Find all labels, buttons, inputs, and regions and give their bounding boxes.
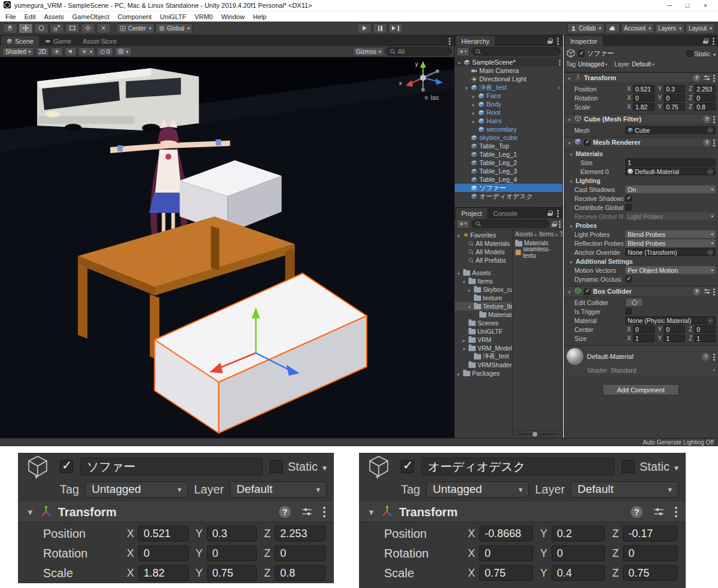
size-y-field[interactable]: 1 [664,334,685,342]
static-toggle[interactable]: Static [622,460,679,474]
hierarchy-item-samplescene[interactable]: SampleScene* [455,58,562,66]
layer-dropdown[interactable]: Default [571,482,679,498]
scale-z-field[interactable]: 0.8 [694,103,716,111]
hierarchy-menu-icon[interactable] [557,37,559,45]
lock-icon[interactable] [547,210,553,217]
scene-menu-icon[interactable] [449,37,451,45]
project-item-texture[interactable]: texture [455,294,512,302]
cloud-button[interactable] [606,23,620,33]
rect-tool-button[interactable] [65,23,80,33]
component-menu-icon[interactable] [713,288,715,295]
layer-dropdown[interactable]: Default [632,61,654,68]
foldout-icon[interactable] [568,222,574,229]
scale-z-field[interactable]: 0.75 [623,565,677,581]
rotation-y-field[interactable]: 0 [664,94,685,102]
hierarchy-item-directional-light[interactable]: Directional Light [455,75,562,83]
presets-icon[interactable] [302,507,312,517]
scale-tool-button[interactable] [50,23,64,33]
2d-toggle[interactable]: 2D [36,47,50,56]
scale-y-field[interactable]: 0.4 [552,565,606,581]
menu-vrm0[interactable]: VRM0 [190,13,217,20]
hierarchy-item-table-leg-4[interactable]: Table_Leg_4 [455,175,562,184]
hierarchy-item-sofa[interactable]: ソファー [455,184,562,192]
size-z-field[interactable]: 1 [694,334,716,342]
add-component-button[interactable]: Add Component [603,384,679,395]
tab-hierarchy[interactable]: Hierarchy [456,36,495,46]
hierarchy-search-input[interactable] [471,47,561,56]
hierarchy-item-skybox-cube[interactable]: skybox_cube [455,133,562,142]
foldout-icon[interactable] [567,288,572,295]
scale-x-field[interactable]: 0.75 [479,565,533,581]
lighting-status[interactable]: Auto Generate Lighting Off [643,439,714,446]
mesh-filter-header[interactable]: Cube (Mesh Filter) [564,114,718,124]
tab-inspector[interactable]: Inspector [565,36,603,46]
scene-search-input[interactable]: All [386,47,452,56]
active-checkbox[interactable] [60,460,73,473]
foldout-icon[interactable] [567,74,572,81]
project-create-button[interactable] [457,220,470,229]
layers-dropdown[interactable]: Layers [655,23,684,33]
transform-header[interactable]: Transform [564,72,718,83]
rotation-x-field[interactable]: 0 [633,94,655,102]
gameobject-name-field[interactable]: ソファー [80,458,263,476]
material-menu-icon[interactable] [713,353,715,361]
close-button[interactable]: × [696,2,714,9]
pause-button[interactable] [373,23,387,33]
object-picker-icon[interactable] [707,249,713,255]
receive-shadows-checkbox[interactable] [625,195,632,202]
hierarchy-item-table-leg-1[interactable]: Table_Leg_1 [455,150,562,159]
hierarchy-item-root[interactable]: Root [455,108,562,117]
hierarchy-item-jouya-test[interactable]: 浄夜_test [455,83,562,92]
project-item-skybox-cub[interactable]: Skybox_cub [455,285,512,294]
scale-z-field[interactable]: 0.8 [275,565,325,581]
component-enabled-checkbox[interactable] [584,288,591,295]
orientation-gizmo[interactable]: x y [395,60,451,95]
menu-window[interactable]: Window [217,13,249,20]
presets-icon[interactable] [653,507,664,517]
component-menu-icon[interactable] [675,507,677,517]
presets-icon[interactable] [703,74,711,82]
presets-icon[interactable] [703,288,711,295]
asset-item-seamless-texture[interactable]: seamless-textu [513,248,562,257]
layout-dropdown[interactable]: Layout [686,23,715,33]
help-icon[interactable] [279,506,291,518]
menu-gameobject[interactable]: GameObject [68,13,114,20]
scale-y-field[interactable]: 0.75 [664,103,685,111]
center-y-field[interactable]: 0 [664,325,685,333]
position-y-field[interactable]: 0.2 [552,526,606,541]
position-x-field[interactable]: -0.8668 [479,526,533,541]
projection-toggle[interactable]: Iso [425,95,439,101]
scene-effects-dropdown[interactable] [78,47,95,56]
menu-edit[interactable]: Edit [20,13,40,20]
static-checkbox[interactable] [686,50,693,57]
move-tool-button[interactable] [19,23,33,33]
project-search-input[interactable] [471,220,549,228]
rotation-z-field[interactable]: 0 [694,94,716,102]
box-collider-header[interactable]: Box Collider [564,286,718,297]
menu-unigltf[interactable]: UniGLTF [156,13,190,20]
project-item-packages[interactable]: Packages [455,369,512,377]
help-icon[interactable] [703,115,711,123]
foldout-icon[interactable] [367,508,375,517]
project-item-items[interactable]: Items [455,277,512,285]
hierarchy-item-face[interactable]: Face [455,92,562,100]
tag-dropdown[interactable]: Untagged [578,61,607,68]
tab-game[interactable]: Game [39,36,77,46]
tag-dropdown[interactable]: Untagged [426,482,529,498]
gizmos-dropdown[interactable]: Gizmos [353,47,384,56]
grid-visibility-dropdown[interactable] [115,47,132,56]
transform-header[interactable]: Transform [18,502,334,522]
project-item-unigltf[interactable]: UniGLTF [455,327,512,336]
menu-help[interactable]: Help [249,13,271,20]
project-item-all-models[interactable]: All Models [455,248,512,256]
menu-assets[interactable]: Assets [40,13,68,20]
position-x-field[interactable]: 0.521 [633,85,655,93]
transform-header[interactable]: Transform [359,502,686,522]
position-z-field[interactable]: 2.253 [694,85,716,93]
project-item-vrmshaders[interactable]: VRMShaders [455,361,512,369]
project-menu-icon[interactable] [557,209,559,217]
hierarchy-item-main-camera[interactable]: Main Camera [455,66,562,75]
project-item-all-prefabs[interactable]: All Prefabs [455,256,512,264]
component-menu-icon[interactable] [713,115,715,123]
tag-dropdown[interactable]: Untagged [85,482,188,498]
